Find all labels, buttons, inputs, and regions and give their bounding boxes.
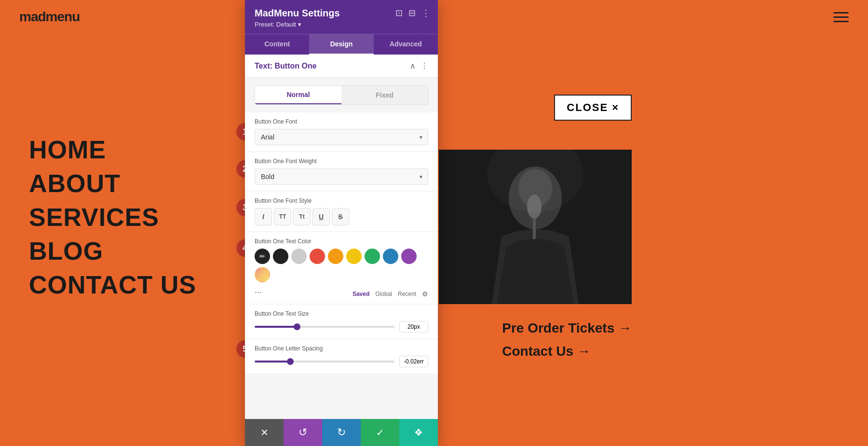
section-header: Text: Button One ∧ ⋮ bbox=[245, 55, 438, 78]
extra-icon: ❖ bbox=[414, 427, 423, 438]
section-header-icons: ∧ ⋮ bbox=[410, 61, 428, 70]
letter-spacing-fill bbox=[255, 361, 290, 362]
color-tab-global[interactable]: Global bbox=[375, 291, 392, 297]
close-icon: × bbox=[612, 101, 619, 114]
settings-panel: MadMenu Settings Preset: Default ▾ ⊡ ⊟ ⋮… bbox=[245, 0, 438, 446]
font-weight-select[interactable]: Bold Normal Bolder Lighter bbox=[255, 168, 428, 185]
font-label: Button One Font bbox=[255, 118, 428, 125]
tab-design[interactable]: Design bbox=[309, 34, 373, 55]
letter-spacing-track bbox=[255, 361, 394, 362]
text-size-track bbox=[255, 326, 394, 328]
color-black[interactable] bbox=[273, 249, 288, 264]
uppercase-btn[interactable]: TT bbox=[274, 208, 291, 225]
contact-label: Contact Us → bbox=[502, 344, 591, 359]
save-button[interactable]: ✓ bbox=[361, 419, 399, 446]
font-weight-label: Button One Font Weight bbox=[255, 158, 428, 165]
section-title: Text: Button One bbox=[255, 62, 317, 70]
extra-button[interactable]: ❖ bbox=[399, 419, 438, 446]
hamburger-line-1 bbox=[833, 12, 849, 14]
main-nav: HOME ABOUT SERVICES BLOG CONTACT US bbox=[29, 135, 196, 299]
undo-icon: ↺ bbox=[298, 426, 307, 439]
panel-header: MadMenu Settings Preset: Default ▾ ⊡ ⊟ ⋮ bbox=[245, 0, 438, 34]
text-color-label: Button One Text Color bbox=[255, 238, 428, 245]
font-weight-field-group: Button One Font Weight Bold Normal Bolde… bbox=[245, 152, 438, 191]
contact-link[interactable]: Contact Us → bbox=[502, 344, 632, 359]
close-label: CLOSE bbox=[567, 101, 608, 114]
text-color-field-group: Button One Text Color ✏ ··· Saved bbox=[245, 232, 438, 304]
color-tab-recent[interactable]: Recent bbox=[398, 291, 416, 297]
fullscreen-icon[interactable]: ⊡ bbox=[395, 8, 403, 18]
color-orange[interactable] bbox=[328, 249, 343, 264]
panel-content: Text: Button One ∧ ⋮ Normal Fixed Button… bbox=[245, 55, 438, 419]
panel-header-icons: ⊡ ⊟ ⋮ bbox=[395, 8, 430, 18]
panel-preset: Preset: Default ▾ bbox=[255, 21, 428, 28]
color-light[interactable] bbox=[291, 249, 307, 264]
panel-actions: ✕ ↺ ↻ ✓ ❖ bbox=[245, 419, 438, 446]
text-size-thumb[interactable] bbox=[294, 323, 300, 330]
font-field-group: Button One Font Arial Georgia Helvetica … bbox=[245, 112, 438, 151]
tab-content[interactable]: Content bbox=[245, 34, 309, 55]
underline-btn[interactable]: U bbox=[312, 208, 330, 225]
color-gradient[interactable] bbox=[255, 267, 270, 282]
letter-spacing-slider-row bbox=[255, 356, 428, 367]
tab-advanced[interactable]: Advanced bbox=[374, 34, 438, 55]
artist-image-inner bbox=[439, 150, 632, 304]
text-size-slider-row bbox=[255, 321, 428, 333]
letter-spacing-label: Button One Letter Spacing bbox=[255, 345, 428, 352]
pre-order-link[interactable]: Pre Order Tickets → bbox=[502, 321, 632, 336]
collapse-icon[interactable]: ∧ bbox=[410, 61, 416, 70]
hamburger-menu[interactable] bbox=[833, 12, 849, 22]
color-settings-icon[interactable]: ⚙ bbox=[422, 290, 428, 298]
toggle-group: Normal Fixed bbox=[255, 85, 428, 105]
letter-spacing-value[interactable] bbox=[399, 356, 428, 367]
section-more-icon[interactable]: ⋮ bbox=[420, 61, 428, 70]
right-links: Pre Order Tickets → Contact Us → bbox=[502, 321, 632, 359]
more-icon[interactable]: ⋮ bbox=[421, 8, 430, 18]
nav-item-blog[interactable]: BLOG bbox=[29, 237, 196, 265]
hamburger-line-3 bbox=[833, 21, 849, 22]
text-size-fill bbox=[255, 326, 297, 328]
artist-silhouette bbox=[439, 150, 632, 304]
font-style-field-group: Button One Font Style I TT Tt U S bbox=[245, 192, 438, 231]
undo-button[interactable]: ↺ bbox=[284, 419, 322, 446]
nav-item-contact[interactable]: CONTACT US bbox=[29, 270, 196, 299]
save-icon: ✓ bbox=[376, 427, 384, 438]
toggle-fixed[interactable]: Fixed bbox=[341, 86, 428, 104]
cancel-button[interactable]: ✕ bbox=[245, 419, 284, 446]
font-select[interactable]: Arial Georgia Helvetica Times New Roman bbox=[255, 129, 428, 145]
letter-spacing-thumb[interactable] bbox=[287, 358, 294, 365]
text-size-value[interactable] bbox=[399, 321, 428, 333]
redo-icon: ↻ bbox=[337, 426, 346, 439]
color-tab-saved[interactable]: Saved bbox=[353, 291, 369, 297]
font-weight-select-wrapper: Bold Normal Bolder Lighter bbox=[255, 168, 428, 185]
close-button[interactable]: CLOSE × bbox=[554, 95, 632, 121]
nav-item-services[interactable]: SERVICES bbox=[29, 203, 196, 232]
strikethrough-btn[interactable]: S bbox=[332, 208, 349, 225]
letter-spacing-field-group: Button One Letter Spacing bbox=[245, 339, 438, 373]
color-green[interactable] bbox=[365, 249, 380, 264]
font-select-wrapper: Arial Georgia Helvetica Times New Roman bbox=[255, 129, 428, 145]
color-blue[interactable] bbox=[383, 249, 398, 264]
toggle-normal[interactable]: Normal bbox=[255, 86, 341, 104]
cancel-icon: ✕ bbox=[260, 427, 269, 438]
text-size-label: Button One Text Size bbox=[255, 310, 428, 317]
color-tabs: Saved Global Recent ⚙ bbox=[353, 290, 428, 298]
color-purple[interactable] bbox=[401, 249, 417, 264]
redo-button[interactable]: ↻ bbox=[322, 419, 361, 446]
nav-item-about[interactable]: ABOUT bbox=[29, 169, 196, 198]
color-yellow[interactable] bbox=[346, 249, 362, 264]
capitalize-btn[interactable]: Tt bbox=[293, 208, 311, 225]
nav-item-home[interactable]: HOME bbox=[29, 135, 196, 164]
more-colors-icon[interactable]: ··· bbox=[255, 287, 262, 297]
text-size-field-group: Button One Text Size bbox=[245, 305, 438, 338]
font-style-label: Button One Font Style bbox=[255, 197, 428, 204]
artist-image bbox=[439, 150, 632, 304]
color-pen-active[interactable]: ✏ bbox=[255, 249, 270, 264]
color-red[interactable] bbox=[310, 249, 325, 264]
italic-btn[interactable]: I bbox=[255, 208, 272, 225]
panel-tabs: Content Design Advanced bbox=[245, 34, 438, 55]
logo: madmenu bbox=[19, 9, 80, 25]
columns-icon[interactable]: ⊟ bbox=[408, 8, 416, 18]
style-buttons: I TT Tt U S bbox=[255, 208, 428, 225]
pre-order-label: Pre Order Tickets → bbox=[502, 321, 632, 336]
